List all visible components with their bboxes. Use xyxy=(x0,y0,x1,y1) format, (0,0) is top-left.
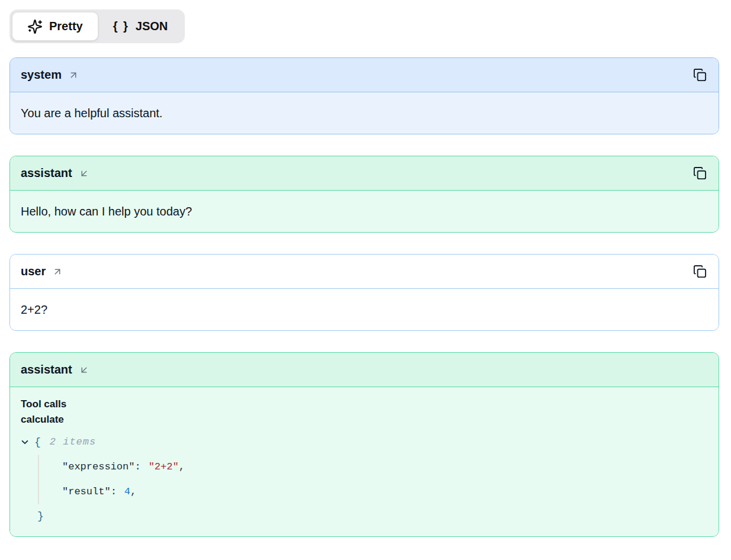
role-label: assistant xyxy=(21,166,72,180)
tab-json-label: JSON xyxy=(136,20,168,33)
message-card-assistant-toolcall: assistant Tool calls calculate { 2 xyxy=(9,352,719,537)
json-key: "result" xyxy=(62,484,111,500)
json-value-number: 4 xyxy=(124,484,130,500)
comma: , xyxy=(130,484,136,500)
chevron-down-icon[interactable] xyxy=(21,438,29,446)
message-content: You are a helpful assistant. xyxy=(21,105,708,121)
tab-pretty[interactable]: Pretty xyxy=(12,12,98,41)
sparkles-icon xyxy=(27,19,43,34)
message-header: system xyxy=(10,58,719,92)
arrow-down-left-icon xyxy=(79,365,89,375)
message-content: Hello, how can I help you today? xyxy=(21,204,708,219)
message-card-user: user 2+2? xyxy=(9,254,719,331)
json-entry-result: "result":4, xyxy=(62,479,708,504)
message-card-system: system You are a helpful assistant. xyxy=(9,57,719,134)
copy-button[interactable] xyxy=(690,66,709,85)
copy-button[interactable] xyxy=(690,262,709,281)
json-children: "expression":"2+2", "result":4, xyxy=(38,455,708,504)
braces-icon: { } xyxy=(113,20,129,33)
arrow-up-right-icon xyxy=(52,266,63,277)
role-label: system xyxy=(21,68,62,82)
message-header: user xyxy=(10,255,719,289)
json-close-row: } xyxy=(37,504,708,528)
copy-button[interactable] xyxy=(690,164,709,183)
open-brace: { xyxy=(34,435,41,450)
message-body: You are a helpful assistant. xyxy=(10,92,719,134)
message-header: assistant xyxy=(10,156,719,191)
role-label: user xyxy=(21,265,46,278)
role-label: assistant xyxy=(21,363,72,376)
message-body: 2+2? xyxy=(10,289,719,330)
message-body: Hello, how can I help you today? xyxy=(10,191,719,232)
json-entry-expression: "expression":"2+2", xyxy=(62,455,708,479)
prompt-viewer-page: Pretty { } JSON system You are a helpfu xyxy=(0,0,731,546)
arrow-down-left-icon xyxy=(79,168,89,179)
json-value-string: "2+2" xyxy=(149,459,179,475)
json-root-row: { 2 items xyxy=(21,430,708,455)
colon: : xyxy=(134,459,140,475)
close-brace: } xyxy=(37,508,44,524)
message-content: 2+2? xyxy=(21,302,708,317)
arrow-up-right-icon xyxy=(68,70,79,81)
tool-calls-heading: Tool calls xyxy=(21,397,708,412)
tool-name: calculate xyxy=(21,412,708,427)
comma: , xyxy=(179,459,185,475)
message-body: Tool calls calculate { 2 items "expressi… xyxy=(10,387,719,536)
colon: : xyxy=(111,484,117,500)
tab-pretty-label: Pretty xyxy=(49,20,83,33)
view-toggle: Pretty { } JSON xyxy=(9,9,185,43)
message-header: assistant xyxy=(10,353,719,387)
message-card-assistant: assistant Hello, how can I help you toda… xyxy=(9,156,719,233)
tool-args-json-tree: { 2 items "expression":"2+2", "result":4… xyxy=(21,430,708,528)
items-count: 2 items xyxy=(50,435,96,450)
tab-json[interactable]: { } JSON xyxy=(98,12,183,41)
json-key: "expression" xyxy=(62,459,134,475)
